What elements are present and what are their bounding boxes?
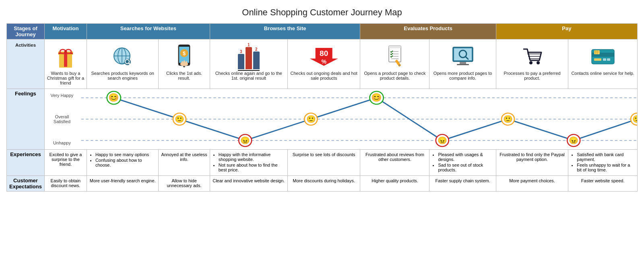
svg-text:$: $: [183, 50, 186, 56]
experience-4: Happy with the informative shopping webs…: [210, 150, 287, 176]
activity-9: Contacts online service for help.: [568, 39, 638, 89]
level-unhappy-label: Unhappy: [45, 140, 78, 145]
svg-rect-47: [594, 50, 600, 54]
gift-icon: [56, 45, 75, 68]
activity-5-icon: 80%: [290, 43, 358, 71]
activity-8-icon: [498, 43, 566, 71]
activity-9-icon: [570, 43, 635, 71]
activity-6-icon: [362, 43, 427, 71]
experience-7-list: Pleased with usages & designs. Sad to se…: [431, 152, 493, 172]
activity-6: Opens a product page to check product de…: [360, 39, 429, 89]
svg-rect-21: [184, 60, 185, 65]
expectation-7: Faster supply chain system.: [429, 176, 496, 192]
activity-3-icon: $: [161, 43, 207, 71]
svg-text:🙂: 🙂: [175, 115, 185, 124]
feelings-svg-chart: 😊 🙂 😠 🙂: [45, 89, 637, 149]
journey-table: Stages of Journey Motivation Searches fo…: [6, 23, 638, 192]
activity-1-icon: [47, 43, 85, 71]
expectation-2: More user-friendly search engine.: [87, 176, 158, 192]
activity-1: Wants to buy a Christmas gift for a frie…: [44, 39, 87, 89]
activity-3: $ Clicks the 1st ads. result.: [159, 39, 210, 89]
experience-3: Annoyed at the useless info.: [159, 150, 210, 176]
experiences-label: Experiences: [7, 150, 45, 176]
activity-4: 3 1 2: [210, 39, 287, 89]
cart-icon: [521, 45, 543, 68]
activity-5-text: Checks out ongoing deals and hot sale pr…: [290, 71, 358, 80]
svg-rect-20: [182, 61, 183, 65]
activity-8: Processes to pay a preferred product.: [496, 39, 568, 89]
activity-2-text: Searches products keywords on search eng…: [89, 71, 156, 80]
globe-search-icon: [111, 45, 134, 68]
activity-2-icon: [89, 43, 156, 71]
expectation-4: Clear and innovative website design.: [210, 176, 287, 192]
level-satisfied-label: Overall Satisfied: [45, 114, 78, 124]
monitor-search-icon: [451, 45, 475, 68]
expectation-6: Higher quality products.: [360, 176, 429, 192]
svg-point-37: [529, 61, 533, 64]
activity-5: 80% Checks out ongoing deals and hot sal…: [287, 39, 360, 89]
header-row: Stages of Journey Motivation Searches fo…: [7, 24, 638, 39]
header-pay: Pay: [496, 24, 637, 39]
activity-4-icon: 3 1 2: [212, 43, 285, 71]
svg-rect-46: [607, 58, 610, 61]
activities-row: Activities: [7, 39, 638, 89]
svg-rect-24: [389, 46, 401, 48]
feelings-chart-wrapper: Very Happy Overall Satisfied Unhappy: [45, 89, 637, 149]
activity-7-icon: [431, 43, 493, 71]
experience-7: Pleased with usages & designs. Sad to se…: [429, 150, 496, 176]
svg-text:🙂: 🙂: [632, 115, 637, 124]
expectations-row: Customer Expectations Easily to obtain d…: [7, 176, 638, 192]
svg-text:😠: 😠: [240, 136, 250, 145]
activity-7: Opens more product pages to compare info…: [429, 39, 496, 89]
svg-rect-34: [457, 64, 469, 65]
expectation-5: More discounts during holidays.: [287, 176, 360, 192]
page-container: Online Shopping Customer Journey Map Sta…: [0, 0, 644, 192]
experience-8: Frustrated to find only the Paypal payme…: [496, 150, 568, 176]
activities-label: Activities: [7, 39, 45, 89]
svg-text:🙂: 🙂: [306, 115, 316, 124]
svg-rect-44: [594, 58, 601, 61]
level-labels: Very Happy Overall Satisfied Unhappy: [45, 89, 78, 149]
activity-9-text: Contacts online service for help.: [570, 71, 635, 76]
activity-1-text: Wants to buy a Christmas gift for a frie…: [47, 71, 85, 85]
experience-2: Happy to see many options Confusing abou…: [87, 150, 158, 176]
experience-2-list: Happy to see many options Confusing abou…: [89, 152, 156, 167]
expectation-1: Easily to obtain discount news.: [44, 176, 87, 192]
header-evaluates: Evaluates Products: [360, 24, 496, 39]
feelings-row: Feelings Very Happy Overall Satisfied Un…: [7, 89, 638, 150]
header-searches: Searches for Websites: [87, 24, 210, 39]
experience-5: Surprise to see lots of discounts: [287, 150, 360, 176]
svg-text:😊: 😊: [371, 93, 382, 103]
expectation-3: Allow to hide unnecessary ads.: [159, 176, 210, 192]
level-very-happy-label: Very Happy: [45, 93, 78, 98]
activity-4-text: Checks online again and go to the 1st. o…: [212, 71, 285, 80]
expectations-label: Customer Expectations: [7, 176, 45, 192]
experience-4-list: Happy with the informative shopping webs…: [212, 152, 285, 172]
expectation-9: Faster website speed.: [568, 176, 638, 192]
svg-point-6: [64, 50, 67, 53]
experience-6: Frustrated about reviews from other cust…: [360, 150, 429, 176]
header-motivation: Motivation: [44, 24, 87, 39]
activity-8-text: Processes to pay a preferred product.: [498, 71, 566, 80]
svg-text:😊: 😊: [108, 93, 119, 103]
experience-9: Satisfied with bank card payment. Feels …: [568, 150, 638, 176]
activity-7-text: Opens more product pages to compare info…: [431, 71, 493, 80]
experience-9-list: Satisfied with bank card payment. Feels …: [570, 152, 635, 172]
activity-2: Searches products keywords on search eng…: [87, 39, 158, 89]
svg-rect-22: [186, 61, 187, 65]
header-stages: Stages of Journey: [7, 24, 45, 39]
svg-rect-33: [460, 62, 466, 64]
svg-rect-45: [603, 58, 606, 61]
phone-ads-icon: $: [175, 44, 193, 70]
checklist-icon: [385, 44, 405, 69]
svg-point-38: [537, 61, 540, 64]
activity-6-text: Opens a product page to check product de…: [362, 71, 427, 80]
svg-text:😠: 😠: [569, 136, 579, 145]
svg-text:🙂: 🙂: [503, 115, 513, 124]
experiences-row: Experiences Excited to give a surprise t…: [7, 150, 638, 176]
header-browses: Browses the Site: [210, 24, 360, 39]
expectation-8: More payment choices.: [496, 176, 568, 192]
experience-1: Excited to give a surprise to the friend…: [44, 150, 87, 176]
page-title: Online Shopping Customer Journey Map: [0, 0, 644, 23]
credit-card-icon: [591, 47, 615, 66]
